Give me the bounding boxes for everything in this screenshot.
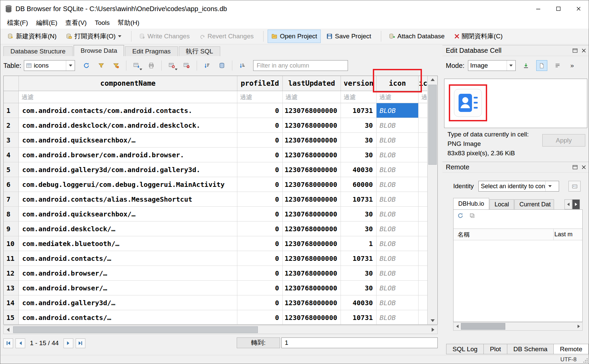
filter-profileId[interactable]: 過濾 [237, 91, 283, 103]
delete-record-button[interactable] [181, 60, 193, 71]
row-number-cell[interactable]: 4 [4, 148, 19, 162]
row-number-cell[interactable]: 9 [4, 221, 19, 236]
dock-tab-remote[interactable]: Remote [553, 344, 589, 354]
cell-profileId[interactable]: 0 [237, 148, 283, 162]
corner-header-cell[interactable] [4, 76, 19, 91]
cell-componentName[interactable]: com.android.deskclock/… [19, 221, 237, 236]
row-number-cell[interactable]: 11 [4, 251, 19, 266]
cell-componentName[interactable]: com.android.browser/… [19, 266, 237, 281]
cell-icon[interactable]: BLOB [377, 266, 419, 281]
cell-componentName[interactable]: com.android.gallery3d/com.android.galler… [19, 162, 237, 177]
row-number-cell[interactable]: 12 [4, 266, 19, 281]
row-number-cell[interactable]: 3 [4, 133, 19, 148]
cell-profileId[interactable]: 0 [237, 236, 283, 251]
cell-version[interactable]: 30 [341, 118, 377, 133]
cell-icon[interactable]: BLOB [377, 281, 419, 295]
cell-componentName[interactable]: com.android.quicksearchbox/… [19, 207, 237, 221]
cell-icon[interactable]: BLOB [377, 207, 419, 221]
column-header-componentName[interactable]: componentName [19, 76, 237, 91]
cell-version[interactable]: 40030 [341, 162, 377, 177]
new-database-button[interactable]: 新建資料庫(N) [4, 29, 60, 44]
horizontal-scrollbar-thumb[interactable] [13, 326, 258, 333]
cell-lastUpdated[interactable]: 1230768000000 [283, 295, 341, 310]
cell-componentName[interactable]: com.android.contacts/com.android.contact… [19, 103, 237, 118]
insert-record-button[interactable] [166, 60, 178, 71]
open-database-dropdown-caret[interactable] [118, 35, 121, 37]
row-number-cell[interactable]: 6 [4, 177, 19, 192]
identity-combobox-caret[interactable] [545, 181, 554, 191]
cell-version[interactable]: 10731 [341, 310, 377, 324]
cell-lastUpdated[interactable]: 1230768000000 [283, 133, 341, 148]
identity-combobox[interactable]: Select an identity to conne [478, 181, 559, 192]
document-view-button[interactable] [536, 60, 547, 71]
cell-profileId[interactable]: 0 [237, 221, 283, 236]
cell-componentName[interactable]: com.android.quicksearchbox/… [19, 133, 237, 148]
remote-scroll-right-arrow[interactable] [575, 322, 582, 330]
scroll-right-arrow[interactable] [429, 326, 437, 334]
cell-lastUpdated[interactable]: 1230768000000 [283, 207, 341, 221]
print-button[interactable] [145, 60, 157, 71]
row-number-cell[interactable]: 7 [4, 192, 19, 207]
cell-icon[interactable]: BLOB [377, 310, 419, 324]
table-combobox-caret[interactable] [66, 60, 75, 71]
sort-ascending-button[interactable] [201, 60, 213, 71]
row-number-cell[interactable]: 14 [4, 295, 19, 310]
close-button[interactable] [568, 0, 589, 17]
cell-componentName[interactable]: com.debug.loggerui/com.debug.loggerui.Ma… [19, 177, 237, 192]
cell-profileId[interactable]: 0 [237, 192, 283, 207]
remote-scroll-left-arrow[interactable] [454, 322, 461, 330]
cell-icon[interactable]: BLOB [377, 177, 419, 192]
float-panel-icon[interactable] [573, 165, 578, 169]
menu-item[interactable]: 檔案(F) [3, 17, 32, 29]
cell-componentName[interactable]: com.android.contacts/… [19, 251, 237, 266]
filter-icon[interactable]: 過濾 [377, 91, 419, 103]
tab-execute-sql[interactable]: 執行 SQL [179, 46, 220, 56]
insert-record-caret[interactable] [175, 69, 178, 70]
dock-tab-sql-log[interactable]: SQL Log [446, 344, 483, 354]
goto-record-input[interactable] [281, 337, 438, 348]
cell-icon[interactable]: BLOB [377, 162, 419, 177]
row-number-cell[interactable]: 2 [4, 118, 19, 133]
column-header-partial[interactable]: ic [419, 76, 427, 91]
cell-lastUpdated[interactable]: 1230768000000 [283, 103, 341, 118]
cell-componentName[interactable]: com.android.browser/com.android.browser. [19, 148, 237, 162]
close-database-button[interactable]: 關閉資料庫(C) [450, 29, 506, 44]
cell-version[interactable]: 10731 [341, 192, 377, 207]
minimize-button[interactable] [528, 0, 548, 17]
dock-tab-plot[interactable]: Plot [483, 344, 507, 354]
cell-componentName[interactable]: com.android.contacts/… [19, 310, 237, 324]
row-number-cell[interactable]: 5 [4, 162, 19, 177]
save-table-caret[interactable] [140, 69, 142, 70]
cell-icon[interactable]: BLOB [377, 133, 419, 148]
dock-tab-db-schema[interactable]: DB Schema [507, 344, 553, 354]
row-number-cell[interactable]: 15 [4, 310, 19, 324]
filter-componentName[interactable]: 過濾 [19, 91, 237, 103]
menu-item[interactable]: Tools [91, 17, 114, 29]
cell-profileId[interactable]: 0 [237, 103, 283, 118]
revert-changes-button[interactable]: Revert Changes [195, 30, 257, 43]
column-header-lastUpdated[interactable]: lastUpdated [283, 76, 341, 91]
cell-lastUpdated[interactable]: 1230768000000 [283, 148, 341, 162]
cell-icon[interactable]: BLOB [377, 221, 419, 236]
tab-edit-pragmas[interactable]: Edit Pragmas [125, 46, 178, 56]
menu-item[interactable]: 編輯(E) [32, 17, 61, 29]
remote-refresh-icon[interactable] [458, 213, 463, 218]
tab-browse-data[interactable]: Browse Data [74, 45, 124, 56]
sort-descending-button[interactable] [236, 60, 248, 71]
cell-profileId[interactable]: 0 [237, 118, 283, 133]
menu-item[interactable]: 幫助(H) [114, 17, 143, 29]
cell-icon[interactable]: BLOB [377, 118, 419, 133]
cell-image-preview[interactable] [444, 79, 587, 128]
cell-version[interactable]: 10731 [341, 103, 377, 118]
column-header-profileId[interactable]: profileId [237, 76, 283, 91]
first-page-button[interactable] [3, 338, 13, 348]
cell-version[interactable]: 30 [341, 281, 377, 295]
resize-grip[interactable] [583, 358, 588, 363]
remote-last-modified-column-header[interactable]: Last m [554, 231, 582, 238]
more-tools-chevron[interactable]: » [571, 62, 574, 69]
attach-database-button[interactable]: Attach Database [385, 30, 448, 43]
cell-lastUpdated[interactable]: 1230768000000 [283, 251, 341, 266]
save-project-button[interactable]: Save Project [323, 30, 375, 43]
open-database-button[interactable]: 打開資料庫(O) [62, 29, 125, 44]
write-changes-button[interactable]: Write Changes [135, 30, 193, 43]
